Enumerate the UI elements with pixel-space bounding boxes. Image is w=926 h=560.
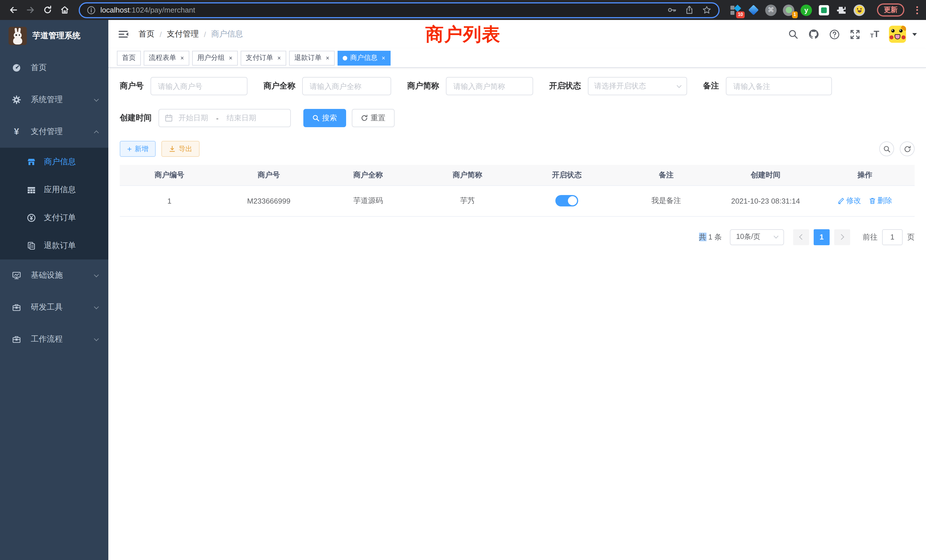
- browser-menu-icon[interactable]: [916, 6, 918, 14]
- home-icon[interactable]: [57, 3, 72, 17]
- breadcrumb-home[interactable]: 首页: [139, 29, 154, 39]
- sidebar-item-dev-tools[interactable]: 研发工具: [0, 291, 108, 323]
- back-icon[interactable]: [6, 3, 21, 17]
- status-toggle[interactable]: [555, 195, 578, 206]
- user-avatar[interactable]: [889, 26, 906, 43]
- merchant-table: 商户编号 商户号 商户全称 商户简称 开启状态 备注 创建时间 操作 1: [120, 165, 915, 216]
- sidebar-item-merchant-info[interactable]: 商户信息: [0, 148, 108, 176]
- full-name-input[interactable]: [302, 77, 391, 95]
- cell-actions: 修改 删除: [816, 185, 915, 216]
- export-button[interactable]: 导出: [161, 141, 200, 157]
- edit-link[interactable]: 修改: [838, 195, 861, 206]
- extension-y-icon[interactable]: y: [800, 4, 812, 16]
- top-navbar: 首页 / 支付管理 / 商户信息: [108, 20, 926, 48]
- profile-avatar-icon[interactable]: [853, 4, 865, 16]
- extension-tabs-icon[interactable]: 10: [730, 4, 741, 16]
- merchant-no-input[interactable]: [151, 77, 247, 95]
- share-icon[interactable]: [685, 5, 694, 15]
- password-key-icon[interactable]: [667, 5, 677, 15]
- end-date-placeholder[interactable]: 结束日期: [227, 113, 256, 123]
- fullscreen-icon[interactable]: [850, 29, 861, 39]
- font-size-icon[interactable]: [870, 30, 879, 39]
- add-button[interactable]: + 新增: [120, 141, 156, 157]
- screen: localhost:1024/pay/merchant 10 ⌘: [0, 0, 926, 560]
- sidebar-item-app-info[interactable]: 应用信息: [0, 176, 108, 204]
- main-panel: 商户号 商户全称 商户简称 开启状态 请选择开启状态: [108, 68, 926, 560]
- current-page-button[interactable]: 1: [814, 229, 830, 245]
- header-search-icon[interactable]: [788, 29, 798, 39]
- monitor-icon: [12, 271, 21, 280]
- extension-kite-icon[interactable]: [747, 4, 759, 16]
- command-glyph: ⌘: [765, 4, 776, 16]
- rabbit-logo: [9, 27, 27, 45]
- tag-merchant-info[interactable]: 商户信息×: [337, 50, 390, 65]
- app-logo-row[interactable]: 芋道管理系统: [0, 20, 108, 52]
- reload-icon[interactable]: [40, 3, 55, 17]
- extension-chat-icon[interactable]: [818, 4, 830, 16]
- url-bar[interactable]: localhost:1024/pay/merchant: [79, 2, 720, 18]
- filter-label-remark: 备注: [703, 81, 719, 91]
- page-size-select[interactable]: 10条/页: [730, 229, 784, 245]
- tag-home[interactable]: 首页: [117, 50, 141, 65]
- sidebar-item-infrastructure[interactable]: 基础设施: [0, 259, 108, 291]
- start-date-placeholder[interactable]: 开始日期: [179, 113, 208, 123]
- chevron-down-icon: [774, 234, 779, 239]
- plus-icon: +: [127, 145, 132, 153]
- goto-label: 前往: [863, 232, 878, 242]
- extension-command-icon[interactable]: ⌘: [765, 4, 776, 16]
- table-row: 1 M233666999 芋道源码 芋艿 我是备注 2021-10-23 08:…: [120, 185, 915, 216]
- page-suffix-label: 页: [907, 232, 915, 242]
- github-icon[interactable]: [808, 29, 819, 40]
- col-remark: 备注: [617, 165, 716, 185]
- forward-icon[interactable]: [23, 3, 38, 17]
- selected-text: 共: [699, 232, 706, 241]
- prev-page-button[interactable]: [793, 229, 809, 245]
- sidebar-item-workflow[interactable]: 工作流程: [0, 323, 108, 355]
- next-page-button[interactable]: [834, 229, 850, 245]
- reset-button[interactable]: 重置: [352, 109, 395, 127]
- tag-refund-order[interactable]: 退款订单×: [289, 50, 335, 65]
- sidebar-item-system[interactable]: 系统管理: [0, 84, 108, 116]
- bookmark-star-icon[interactable]: [702, 5, 712, 15]
- close-icon[interactable]: ×: [229, 55, 233, 61]
- pagination: 共 1 条 10条/页 1 前往 页: [120, 229, 915, 245]
- delete-link[interactable]: 删除: [869, 195, 892, 206]
- sidebar-item-pay-order[interactable]: 支付订单: [0, 204, 108, 232]
- close-icon[interactable]: ×: [180, 55, 184, 61]
- short-name-input[interactable]: [446, 77, 533, 95]
- extensions-puzzle-icon[interactable]: [836, 4, 847, 16]
- extension-recorder-icon[interactable]: 1: [783, 4, 794, 16]
- sidebar-item-payment[interactable]: ¥ 支付管理: [0, 116, 108, 148]
- close-icon[interactable]: ×: [326, 55, 330, 61]
- table-refresh-button[interactable]: [900, 141, 915, 156]
- site-info-icon[interactable]: [87, 5, 96, 15]
- sidebar-item-refund-order[interactable]: 退款订单: [0, 232, 108, 259]
- url-host: localhost: [100, 6, 130, 14]
- chevron-up-icon: [94, 130, 99, 135]
- close-icon[interactable]: ×: [277, 55, 281, 61]
- tag-user-group[interactable]: 用户分组×: [192, 50, 238, 65]
- tag-pay-order[interactable]: 支付订单×: [241, 50, 286, 65]
- cell-merchant-no: M233666999: [219, 185, 319, 216]
- status-select[interactable]: 请选择开启状态: [588, 77, 687, 95]
- browser-update-button[interactable]: 更新: [877, 3, 904, 17]
- cell-merchant-id: 1: [120, 185, 219, 216]
- date-range-picker[interactable]: 开始日期 - 结束日期: [159, 109, 291, 127]
- tag-process-form[interactable]: 流程表单×: [144, 50, 189, 65]
- page-jump-input[interactable]: [882, 229, 903, 245]
- filter-label-short-name: 商户简称: [407, 81, 439, 91]
- sidebar-collapse-icon[interactable]: [118, 29, 129, 40]
- shop-icon: [27, 157, 36, 166]
- sidebar-item-home[interactable]: 首页: [0, 52, 108, 84]
- search-button[interactable]: 搜索: [303, 109, 346, 127]
- avatar-caret-icon[interactable]: [912, 33, 917, 36]
- breadcrumb-payment[interactable]: 支付管理: [167, 29, 199, 39]
- close-icon[interactable]: ×: [382, 55, 386, 61]
- page-annotation-title: 商户列表: [425, 22, 501, 47]
- sidebar-item-label: 退款订单: [44, 241, 76, 251]
- table-search-toggle-button[interactable]: [879, 141, 894, 156]
- remark-input[interactable]: [726, 77, 832, 95]
- cell-created: 2021-10-23 08:31:14: [716, 185, 816, 216]
- col-merchant-id: 商户编号: [120, 165, 219, 185]
- help-icon[interactable]: [829, 29, 840, 39]
